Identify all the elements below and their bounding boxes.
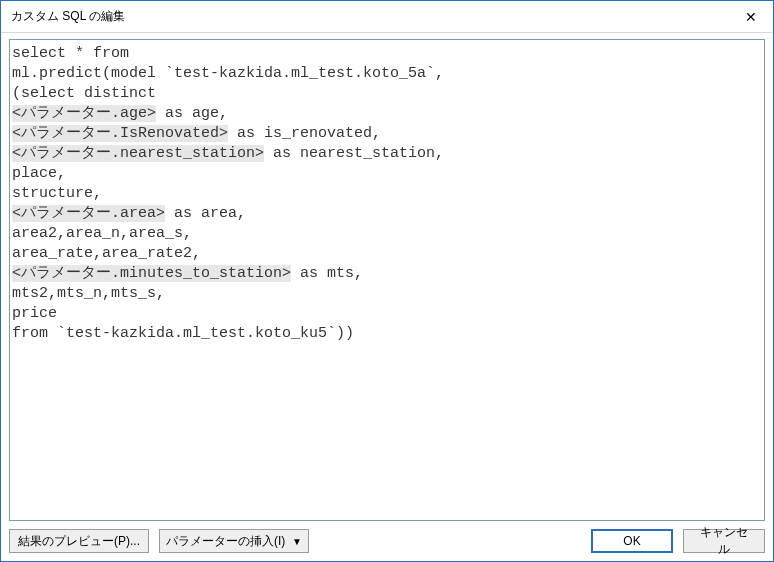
sql-line: area_rate,area_rate2, — [12, 244, 762, 264]
sql-text: price — [12, 305, 57, 322]
sql-parameter-token: <パラメーター.nearest_station> — [12, 145, 264, 162]
sql-editor-textarea[interactable]: select * fromml.predict(model `test-kazk… — [9, 39, 765, 521]
sql-line: <パラメーター.IsRenovated> as is_renovated, — [12, 124, 762, 144]
cancel-label: キャンセル — [696, 524, 752, 558]
sql-parameter-token: <パラメーター.age> — [12, 105, 156, 122]
sql-parameter-token: <パラメーター.area> — [12, 205, 165, 222]
preview-results-label: 結果のプレビュー(P)... — [18, 533, 140, 550]
sql-text: as nearest_station, — [264, 145, 444, 162]
ok-label: OK — [623, 534, 640, 548]
ok-button[interactable]: OK — [591, 529, 673, 553]
close-button[interactable]: ✕ — [729, 1, 773, 33]
titlebar: カスタム SQL の編集 ✕ — [1, 1, 773, 33]
sql-text: mts2,mts_n,mts_s, — [12, 285, 165, 302]
sql-text: area_rate,area_rate2, — [12, 245, 201, 262]
sql-parameter-token: <パラメーター.IsRenovated> — [12, 125, 228, 142]
sql-text: as mts, — [291, 265, 363, 282]
sql-text: (select distinct — [12, 85, 156, 102]
sql-line: ml.predict(model `test-kazkida.ml_test.k… — [12, 64, 762, 84]
sql-line: place, — [12, 164, 762, 184]
sql-line: select * from — [12, 44, 762, 64]
sql-text: ml.predict(model `test-kazkida.ml_test.k… — [12, 65, 444, 82]
sql-line: structure, — [12, 184, 762, 204]
close-icon: ✕ — [745, 9, 757, 25]
custom-sql-edit-dialog: カスタム SQL の編集 ✕ select * fromml.predict(m… — [0, 0, 774, 562]
sql-line: from `test-kazkida.ml_test.koto_ku5`)) — [12, 324, 762, 344]
sql-line: mts2,mts_n,mts_s, — [12, 284, 762, 304]
dialog-title: カスタム SQL の編集 — [11, 8, 125, 25]
sql-line: <パラメーター.minutes_to_station> as mts, — [12, 264, 762, 284]
sql-text: from `test-kazkida.ml_test.koto_ku5`)) — [12, 325, 354, 342]
sql-line: <パラメーター.area> as area, — [12, 204, 762, 224]
sql-line: <パラメーター.age> as age, — [12, 104, 762, 124]
sql-text: structure, — [12, 185, 102, 202]
sql-text: place, — [12, 165, 66, 182]
sql-line: price — [12, 304, 762, 324]
sql-text: as age, — [156, 105, 228, 122]
sql-parameter-token: <パラメーター.minutes_to_station> — [12, 265, 291, 282]
sql-line: (select distinct — [12, 84, 762, 104]
sql-line: area2,area_n,area_s, — [12, 224, 762, 244]
sql-text: as is_renovated, — [228, 125, 381, 142]
sql-text: as area, — [165, 205, 246, 222]
preview-results-button[interactable]: 結果のプレビュー(P)... — [9, 529, 149, 553]
chevron-down-icon: ▼ — [292, 536, 302, 547]
sql-text: select * from — [12, 45, 129, 62]
insert-parameter-button[interactable]: パラメーターの挿入(I) ▼ — [159, 529, 309, 553]
dialog-footer: 結果のプレビュー(P)... パラメーターの挿入(I) ▼ OK キャンセル — [1, 527, 773, 561]
insert-parameter-label: パラメーターの挿入(I) — [166, 533, 285, 550]
sql-line: <パラメーター.nearest_station> as nearest_stat… — [12, 144, 762, 164]
cancel-button[interactable]: キャンセル — [683, 529, 765, 553]
sql-text: area2,area_n,area_s, — [12, 225, 192, 242]
